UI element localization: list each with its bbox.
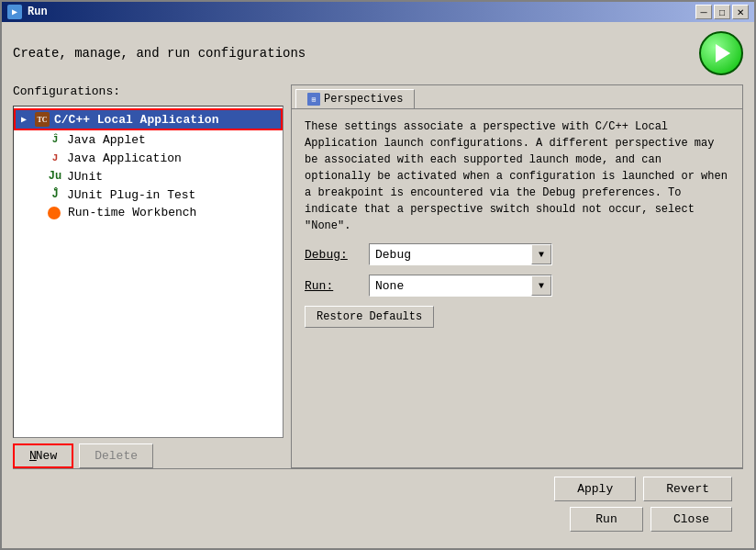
title-bar-left: ▶ Run <box>7 5 48 19</box>
config-label-workbench: Run-time Workbench <box>68 206 196 219</box>
top-header: Create, manage, and run configurations <box>13 31 743 75</box>
perspectives-tab[interactable]: ⊞ Perspectives <box>295 89 415 108</box>
new-button[interactable]: NNew <box>13 443 73 468</box>
run-button[interactable]: Run <box>570 507 643 532</box>
perspectives-tab-icon: ⊞ <box>307 93 320 106</box>
window-icon: ▶ <box>7 5 22 19</box>
left-panel: Configurations: ▶ TC C/C++ Local Applica… <box>13 84 284 468</box>
expand-arrow-workbench-icon <box>34 208 43 218</box>
run-combo-arrow-icon[interactable]: ▼ <box>531 275 551 296</box>
close-label: Close <box>673 512 709 526</box>
junit-plugin-icon: Ĵ <box>48 187 62 202</box>
restore-defaults-button[interactable]: Restore Defaults <box>305 306 434 328</box>
config-item-junit-plugin[interactable]: Ĵ JUnit Plug-in Test <box>14 185 283 204</box>
config-item-java-applet[interactable]: Ĵ Java Applet <box>14 130 283 149</box>
config-label-java-applet: Java Applet <box>67 133 146 147</box>
delete-button[interactable]: Delete <box>79 443 153 468</box>
workbench-icon <box>48 207 61 219</box>
run-dialog: ▶ Run ─ □ ✕ Create, manage, and run conf… <box>0 0 756 550</box>
description-text: These settings associate a perspective w… <box>305 118 729 234</box>
run-label: Run <box>595 512 617 526</box>
debug-label: Debug: <box>305 248 360 262</box>
run-label: Run: <box>305 279 360 293</box>
run-icon-button[interactable] <box>699 31 743 75</box>
apply-button[interactable]: Apply <box>554 477 636 501</box>
revert-label: Revert <box>666 482 709 496</box>
config-label-java-app: Java Application <box>67 152 182 165</box>
restore-defaults-container: Restore Defaults <box>305 306 729 328</box>
main-panel: Configurations: ▶ TC C/C++ Local Applica… <box>13 84 743 468</box>
config-label-cpp: C/C++ Local Application <box>54 113 218 127</box>
bottom-row-2: Run Close <box>24 507 732 532</box>
perspectives-tab-label: Perspectives <box>324 93 403 106</box>
config-item-java-app[interactable]: J Java Application <box>14 149 283 167</box>
expand-arrow-java-applet-icon <box>34 135 43 145</box>
window-title: Run <box>28 6 48 18</box>
debug-combo-arrow-icon[interactable]: ▼ <box>531 244 551 264</box>
config-item-cpp[interactable]: ▶ TC C/C++ Local Application <box>14 108 283 130</box>
run-triangle-icon <box>716 44 730 62</box>
close-button-bottom[interactable]: Close <box>650 507 732 532</box>
title-bar-controls: ─ □ ✕ <box>695 5 749 19</box>
content-area: Create, manage, and run configurations C… <box>2 22 754 548</box>
configurations-label: Configurations: <box>13 84 284 98</box>
debug-field-row: Debug: Debug ▼ <box>305 243 729 265</box>
minimize-button[interactable]: ─ <box>695 5 712 19</box>
close-button[interactable]: ✕ <box>732 5 749 19</box>
config-item-workbench[interactable]: Run-time Workbench <box>14 204 283 221</box>
apply-label: Apply <box>577 482 613 496</box>
java-applet-icon: Ĵ <box>48 132 62 147</box>
bottom-row-1: Apply Revert <box>24 477 732 501</box>
delete-label: Delete <box>94 449 138 463</box>
left-buttons: NNew Delete <box>13 443 284 468</box>
right-content: These settings associate a perspective w… <box>292 109 742 467</box>
expand-arrow-java-app-icon <box>34 153 43 163</box>
run-field-row: Run: None ▼ <box>305 275 729 297</box>
cpp-icon: TC <box>35 112 50 127</box>
expand-arrow-icon: ▶ <box>21 114 30 125</box>
revert-button[interactable]: Revert <box>643 477 732 501</box>
config-list[interactable]: ▶ TC C/C++ Local Application Ĵ Java Appl… <box>13 106 284 438</box>
config-label-junit-plugin: JUnit Plug-in Test <box>67 188 195 202</box>
tab-bar: ⊞ Perspectives <box>292 85 742 109</box>
run-combo[interactable]: None ▼ <box>369 275 552 297</box>
config-label-junit: JUnit <box>67 170 103 184</box>
title-bar: ▶ Run ─ □ ✕ <box>2 2 754 22</box>
expand-arrow-junit-plugin-icon <box>34 190 43 200</box>
restore-defaults-label: Restore Defaults <box>317 310 422 323</box>
maximize-button[interactable]: □ <box>714 5 730 19</box>
junit-icon: Ju <box>48 169 62 184</box>
java-app-icon: J <box>48 151 62 165</box>
run-value: None <box>370 279 531 293</box>
bottom-bar: Apply Revert Run Close <box>13 468 743 539</box>
debug-value: Debug <box>370 248 531 262</box>
expand-arrow-junit-icon <box>34 172 43 182</box>
right-panel: ⊞ Perspectives These settings associate … <box>291 84 743 468</box>
header-text: Create, manage, and run configurations <box>13 46 306 61</box>
debug-combo[interactable]: Debug ▼ <box>369 243 552 265</box>
config-item-junit[interactable]: Ju JUnit <box>14 167 283 185</box>
